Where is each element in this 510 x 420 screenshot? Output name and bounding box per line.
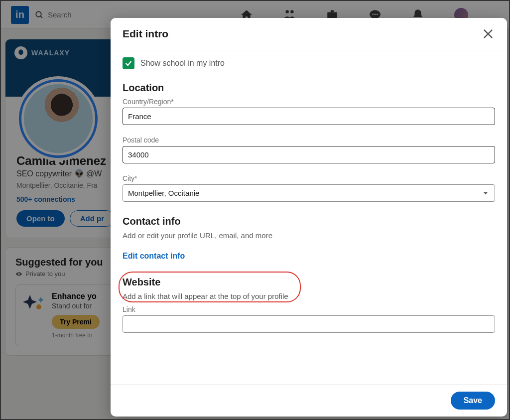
edit-intro-modal: Edit intro Show school in my intro Locat… bbox=[111, 18, 507, 417]
check-icon bbox=[125, 59, 132, 67]
postal-input[interactable] bbox=[123, 146, 495, 163]
postal-label: Postal code bbox=[123, 136, 495, 144]
modal-body[interactable]: Show school in my intro Location Country… bbox=[111, 50, 507, 384]
edit-contact-link[interactable]: Edit contact info bbox=[123, 252, 185, 261]
contact-subtext: Add or edit your profile URL, email, and… bbox=[123, 231, 495, 240]
website-heading: Website bbox=[123, 277, 495, 288]
modal-title: Edit intro bbox=[123, 28, 168, 40]
country-input[interactable] bbox=[123, 108, 495, 125]
save-button[interactable]: Save bbox=[451, 392, 495, 410]
location-heading: Location bbox=[123, 82, 495, 94]
show-school-label: Show school in my intro bbox=[140, 59, 225, 68]
show-school-checkbox[interactable] bbox=[123, 57, 134, 69]
city-select[interactable] bbox=[123, 184, 495, 202]
show-school-row[interactable]: Show school in my intro bbox=[123, 57, 495, 69]
modal-header: Edit intro bbox=[111, 18, 507, 50]
country-label: Country/Region* bbox=[123, 98, 495, 106]
modal-footer: Save bbox=[111, 384, 507, 417]
link-input[interactable] bbox=[123, 315, 495, 333]
link-label: Link bbox=[123, 305, 495, 313]
website-subtext: Add a link that will appear at the top o… bbox=[123, 292, 495, 300]
close-icon[interactable] bbox=[481, 27, 495, 41]
city-label: City* bbox=[123, 174, 495, 182]
contact-heading: Contact info bbox=[123, 216, 495, 227]
